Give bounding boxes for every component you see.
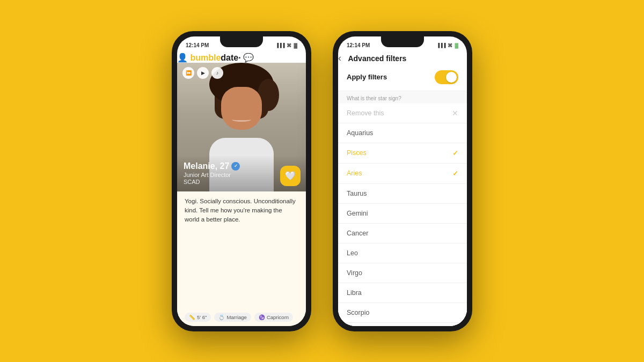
zodiac-gemini[interactable]: Gemini bbox=[338, 204, 467, 224]
zodiac-libra[interactable]: Libra bbox=[338, 283, 467, 303]
star-sign-placeholder: Remove this bbox=[347, 109, 384, 117]
wifi-icon-1: ⌘ bbox=[287, 43, 291, 48]
profile-icon[interactable]: 👤 bbox=[177, 53, 188, 62]
bumble-logo: bumbledate· bbox=[190, 53, 243, 62]
phone-2: 12:14 PM ▐▐▐ ⌘ ▓ ‹ Advanced filters Appl… bbox=[333, 31, 472, 331]
music-icons: ⏩ ▶ ♪ bbox=[182, 67, 223, 79]
apply-filters-toggle[interactable] bbox=[435, 70, 458, 84]
zodiac-pisces[interactable]: Pisces ✓ bbox=[338, 143, 467, 164]
filter-body: Apply filters What is their star sign? R… bbox=[338, 64, 467, 326]
height-tag: 📏 5' 6" bbox=[185, 313, 211, 322]
zodiac-leo[interactable]: Leo bbox=[338, 243, 467, 263]
phone-notch-2 bbox=[381, 36, 424, 47]
scorpio-label: Scorpio bbox=[347, 309, 369, 316]
zodiac-aries[interactable]: Aries ✓ bbox=[338, 164, 467, 184]
zodiac-sagittarius[interactable]: Sagittarius bbox=[338, 323, 467, 326]
phone-1: 12:14 PM ▐▐▐ ⌘ ▓ 👤 bumbledate· 💬 bbox=[172, 31, 311, 331]
relationship-tag: 💍 Marriage bbox=[214, 313, 251, 322]
profile-tags: 📏 5' 6" 💍 Marriage ♑ Capricorn bbox=[177, 308, 306, 326]
ring-icon: 💍 bbox=[218, 314, 225, 320]
filter-header: ‹ Advanced filters bbox=[338, 53, 467, 64]
status-icons-2: ▐▐▐ ⌘ ▓ bbox=[436, 43, 458, 48]
music-icon-3[interactable]: ♪ bbox=[211, 67, 223, 79]
zodiac-virgo[interactable]: Virgo bbox=[338, 263, 467, 283]
status-icons-1: ▐▐▐ ⌘ ▓ bbox=[275, 43, 297, 48]
zodiac-cancer[interactable]: Cancer bbox=[338, 224, 467, 243]
pisces-label: Pisces bbox=[347, 149, 367, 157]
signal-icon-2: ▐▐▐ bbox=[436, 43, 445, 48]
star-sign-label: What is their star sign? bbox=[338, 91, 467, 104]
aries-label: Aries bbox=[347, 169, 362, 177]
wifi-icon-2: ⌘ bbox=[448, 43, 452, 48]
battery-icon-1: ▓ bbox=[294, 43, 297, 48]
gemini-label: Gemini bbox=[347, 210, 368, 217]
phone-2-screen: 12:14 PM ▐▐▐ ⌘ ▓ ‹ Advanced filters Appl… bbox=[338, 36, 467, 326]
phone-1-screen: 12:14 PM ▐▐▐ ⌘ ▓ 👤 bumbledate· 💬 bbox=[177, 36, 306, 326]
smile bbox=[232, 117, 251, 122]
taurus-label: Taurus bbox=[347, 190, 367, 197]
star-sign-input-row[interactable]: Remove this ✕ bbox=[338, 104, 467, 123]
leo-label: Leo bbox=[347, 249, 358, 257]
profile-photo: ⏩ ▶ ♪ Melanie, 27 ✓ Junior Art Director … bbox=[177, 63, 306, 191]
phone-notch bbox=[220, 36, 263, 47]
capricorn-icon: ♑ bbox=[259, 314, 265, 320]
chat-icon[interactable]: 💬 bbox=[243, 53, 254, 62]
profile-card: ⏩ ▶ ♪ Melanie, 27 ✓ Junior Art Director … bbox=[177, 63, 306, 326]
ruler-icon: 📏 bbox=[189, 314, 195, 320]
virgo-label: Virgo bbox=[347, 269, 362, 277]
aries-check: ✓ bbox=[452, 169, 458, 178]
aquarius-label: Aquarius bbox=[347, 129, 373, 137]
apply-filters-row: Apply filters bbox=[338, 64, 467, 91]
zodiac-taurus[interactable]: Taurus bbox=[338, 184, 467, 204]
time-2: 12:14 PM bbox=[347, 42, 370, 48]
zodiac-scorpio[interactable]: Scorpio bbox=[338, 303, 467, 323]
music-icon-1[interactable]: ⏩ bbox=[182, 67, 194, 79]
time-1: 12:14 PM bbox=[186, 42, 209, 48]
apply-filters-label: Apply filters bbox=[347, 73, 387, 81]
pisces-check: ✓ bbox=[452, 149, 458, 157]
app-header-1: 👤 bumbledate· 💬 bbox=[177, 53, 306, 63]
libra-label: Libra bbox=[347, 289, 362, 297]
zodiac-tag: ♑ Capricorn bbox=[254, 313, 293, 322]
filter-page-title: Advanced filters bbox=[348, 54, 406, 63]
music-icon-2[interactable]: ▶ bbox=[197, 67, 209, 79]
cancer-label: Cancer bbox=[347, 230, 368, 237]
clear-icon[interactable]: ✕ bbox=[452, 109, 458, 117]
battery-icon-2: ▓ bbox=[455, 43, 458, 48]
verified-badge: ✓ bbox=[231, 162, 240, 171]
profile-bio: Yogi. Socially conscious. Unconditionall… bbox=[177, 191, 306, 308]
heart-button[interactable]: 🤍 bbox=[280, 166, 301, 186]
face bbox=[221, 87, 262, 130]
zodiac-list: Aquarius Pisces ✓ Aries ✓ Taurus Gemini bbox=[338, 123, 467, 326]
zodiac-aquarius[interactable]: Aquarius bbox=[338, 123, 467, 143]
back-button[interactable]: ‹ bbox=[338, 53, 341, 63]
signal-icon-1: ▐▐▐ bbox=[275, 43, 284, 48]
